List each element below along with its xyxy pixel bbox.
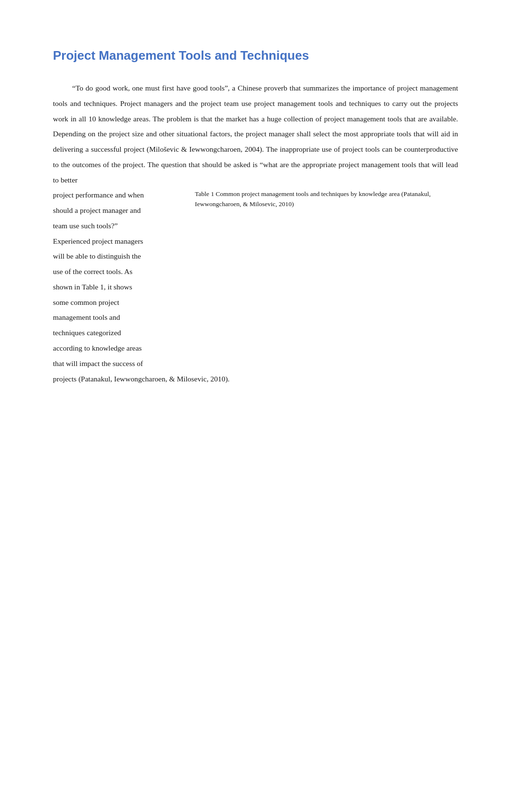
intro-paragraph: “To do good work, one must first have go… — [53, 80, 458, 187]
float-line-1: project performance and when — [53, 187, 195, 203]
float-line-10: techniques categorized — [53, 325, 195, 341]
float-line-4: Experienced project managers — [53, 234, 195, 249]
float-line-8: some common project — [53, 295, 195, 310]
float-line-7: shown in Table 1, it shows — [53, 279, 195, 295]
float-line-2: should a project manager and — [53, 203, 195, 218]
page-title: Project Management Tools and Techniques — [53, 48, 458, 63]
float-line-3: team use such tools?” — [53, 218, 195, 234]
float-line-5: will be able to distinguish the — [53, 249, 195, 264]
float-line-12: that will impact the success of — [53, 356, 195, 371]
conclusion-text: projects (Patanakul, Iewwongcharoen, & M… — [53, 371, 458, 387]
page: Project Management Tools and Techniques … — [0, 0, 511, 812]
float-content-section: project performance and when should a pr… — [53, 187, 458, 371]
body-text: “To do good work, one must first have go… — [53, 80, 458, 187]
float-left-text: project performance and when should a pr… — [53, 187, 195, 371]
conclusion-paragraph: projects (Patanakul, Iewwongcharoen, & M… — [53, 371, 458, 387]
float-line-11: according to knowledge areas — [53, 341, 195, 356]
float-line-6: use of the correct tools. As — [53, 264, 195, 279]
float-line-9: management tools and — [53, 310, 195, 325]
